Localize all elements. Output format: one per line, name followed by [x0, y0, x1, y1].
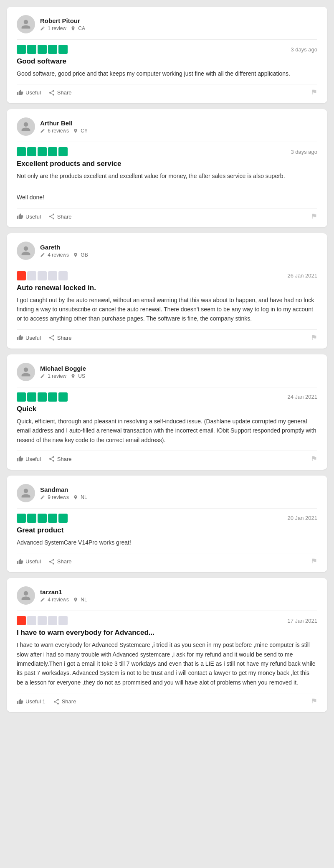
reviewer-meta: 9 reviews NL [40, 494, 87, 500]
reviewer-info: Michael Boggie 1 review US [40, 365, 86, 379]
reviewer-meta: 1 review CA [40, 25, 85, 31]
reviewer-info: Arthur Bell 6 reviews CY [40, 120, 88, 134]
review-card-4: Michael Boggie 1 review US 24 Jan 2 [7, 354, 327, 470]
share-button[interactable]: Share [48, 456, 72, 462]
action-buttons: Useful Share [17, 89, 72, 96]
review-actions: Useful Share [17, 329, 317, 342]
useful-label: Useful [25, 214, 41, 220]
review-header: 20 Jan 2021 [17, 514, 317, 523]
star-1 [17, 392, 26, 402]
share-button[interactable]: Share [53, 698, 76, 705]
star-rating [17, 45, 68, 54]
review-actions: Useful Share [17, 84, 317, 97]
star-3 [38, 616, 47, 625]
reviewer-reviews-count: 9 reviews [40, 494, 69, 500]
star-rating [17, 271, 68, 280]
useful-button[interactable]: Useful 1 [17, 698, 46, 705]
review-body: Advanced SystemCare V14Pro works great! [17, 538, 317, 547]
flag-button[interactable] [311, 557, 317, 565]
review-title: I have to warn everybody for Advanced... [17, 629, 317, 637]
useful-button[interactable]: Useful [17, 89, 41, 96]
share-button[interactable]: Share [48, 213, 72, 220]
review-body: I have to warn everybody for Advanced Sy… [17, 640, 317, 687]
divider [17, 39, 317, 40]
avatar [17, 15, 35, 33]
star-1 [17, 271, 26, 280]
useful-button[interactable]: Useful [17, 213, 41, 220]
reviewer-row: Sandman 9 reviews NL [17, 484, 317, 502]
reviewer-info: Sandman 9 reviews NL [40, 486, 87, 500]
divider [17, 266, 317, 266]
star-1 [17, 514, 26, 523]
star-4 [48, 616, 57, 625]
star-1 [17, 147, 26, 156]
divider [17, 611, 317, 611]
flag-button[interactable] [311, 89, 317, 97]
reviewer-row: Arthur Bell 6 reviews CY [17, 117, 317, 136]
star-3 [38, 392, 47, 402]
review-card-3: Gareth 4 reviews GB 26 Jan 2021 [7, 233, 327, 349]
share-button[interactable]: Share [48, 558, 72, 565]
review-title: Great product [17, 526, 317, 535]
review-title: Quick [17, 405, 317, 413]
reviewer-row: Michael Boggie 1 review US [17, 363, 317, 381]
review-body: Quick, efficient, thorough and pleasant … [17, 417, 317, 445]
review-date: 20 Jan 2021 [287, 515, 317, 521]
star-2 [27, 514, 36, 523]
review-actions: Useful Share [17, 451, 317, 463]
star-5 [58, 514, 68, 523]
avatar [17, 484, 35, 502]
action-buttons: Useful Share [17, 213, 72, 220]
star-2 [27, 271, 36, 280]
share-label: Share [57, 558, 72, 565]
review-date: 17 Jan 2021 [287, 618, 317, 624]
review-card-6: tarzan1 4 reviews NL 17 Jan 2021 [7, 578, 327, 712]
share-button[interactable]: Share [48, 89, 72, 96]
share-label: Share [62, 698, 76, 705]
useful-button[interactable]: Useful [17, 456, 41, 462]
reviewer-meta: 4 reviews NL [40, 597, 87, 603]
avatar [17, 242, 35, 260]
flag-button[interactable] [311, 213, 317, 221]
star-3 [38, 45, 47, 54]
star-1 [17, 616, 26, 625]
useful-label: Useful [25, 456, 41, 462]
review-title: Excellent products and service [17, 160, 317, 168]
star-3 [38, 514, 47, 523]
action-buttons: Useful Share [17, 558, 72, 565]
flag-button[interactable] [311, 455, 317, 463]
reviewer-name: Robert Pitour [40, 17, 85, 24]
reviewer-info: Robert Pitour 1 review CA [40, 17, 85, 31]
star-2 [27, 45, 36, 54]
flag-button[interactable] [311, 697, 317, 705]
useful-label: Useful [25, 558, 41, 565]
review-header: 24 Jan 2021 [17, 392, 317, 402]
star-rating [17, 616, 68, 625]
useful-button[interactable]: Useful [17, 334, 41, 341]
reviewer-reviews-count: 4 reviews [40, 252, 69, 258]
reviewer-info: tarzan1 4 reviews NL [40, 588, 87, 603]
review-title: Good software [17, 57, 317, 66]
review-header: 26 Jan 2021 [17, 271, 317, 280]
review-header: 3 days ago [17, 45, 317, 54]
reviewer-reviews-count: 1 review [40, 25, 66, 31]
review-date: 3 days ago [291, 149, 317, 155]
star-5 [58, 45, 68, 54]
reviewer-location: NL [73, 597, 87, 603]
divider [17, 387, 317, 387]
star-5 [58, 616, 68, 625]
divider [17, 142, 317, 142]
useful-button[interactable]: Useful [17, 558, 41, 565]
share-button[interactable]: Share [48, 334, 72, 341]
reviewer-row: Robert Pitour 1 review CA [17, 15, 317, 33]
flag-button[interactable] [311, 334, 317, 342]
reviewer-row: Gareth 4 reviews GB [17, 242, 317, 260]
review-body: I got caught out by the auto renewal, wi… [17, 295, 317, 323]
reviewer-reviews-count: 1 review [40, 373, 66, 379]
review-header: 3 days ago [17, 147, 317, 156]
reviewer-location: GB [73, 252, 88, 258]
action-buttons: Useful Share [17, 456, 72, 462]
review-card-5: Sandman 9 reviews NL 20 Jan 2021 [7, 476, 327, 572]
star-4 [48, 147, 57, 156]
action-buttons: Useful 1 Share [17, 698, 76, 705]
